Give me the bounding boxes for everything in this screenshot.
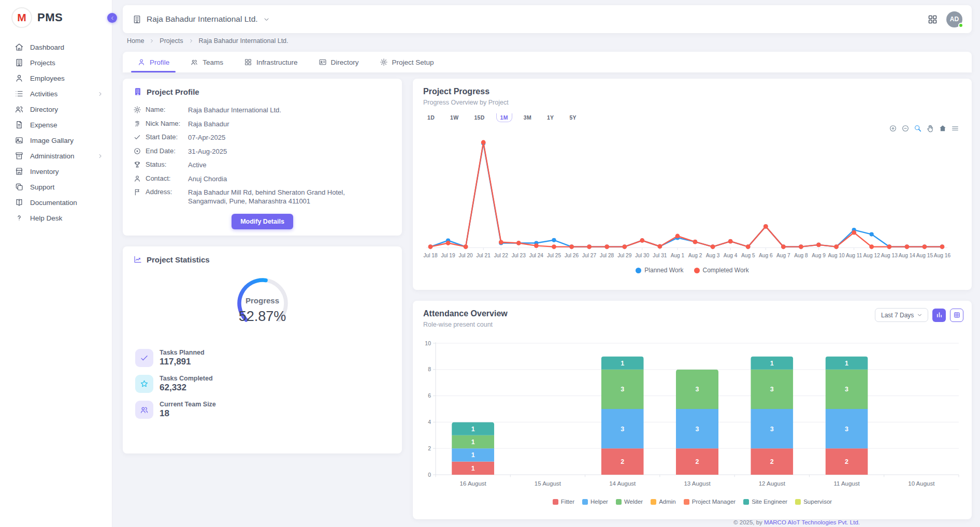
field-value: Anuj Chordia	[188, 172, 364, 183]
legend-label: Admin	[659, 499, 676, 505]
stat-star-icon	[139, 379, 149, 389]
statistics-list: Tasks Planned117,891Tasks Completed62,33…	[135, 349, 392, 419]
range-button-1w[interactable]: 1W	[446, 113, 463, 122]
legend-admin[interactable]: Admin	[651, 499, 676, 505]
svg-text:3: 3	[770, 426, 774, 433]
legend-welder[interactable]: Welder	[616, 499, 643, 505]
tab-teams-icon	[190, 58, 198, 66]
breadcrumb-item-projects[interactable]: Projects	[160, 37, 183, 45]
attendance-bar-view-button[interactable]	[932, 309, 946, 322]
person-icon	[15, 74, 24, 83]
svg-text:Aug 16: Aug 16	[934, 253, 951, 258]
sidebar-item-directory[interactable]: Directory	[0, 101, 112, 117]
range-button-1y[interactable]: 1Y	[543, 113, 558, 122]
svg-text:12 August: 12 August	[759, 480, 786, 487]
tab-project-setup[interactable]: Project Setup	[369, 52, 444, 72]
svg-text:4: 4	[428, 419, 431, 425]
range-button-3m[interactable]: 3M	[520, 113, 536, 122]
range-button-5y[interactable]: 5Y	[565, 113, 580, 122]
sidebar-item-label: Employees	[30, 75, 104, 82]
tab-label: Project Setup	[392, 58, 434, 66]
svg-text:Aug 7: Aug 7	[776, 253, 790, 258]
field-label: End Date:	[146, 144, 188, 158]
sidebar-item-administration[interactable]: Administration	[0, 148, 112, 164]
tab-profile-icon	[137, 58, 146, 66]
legend-label: Completed Work	[703, 267, 749, 274]
svg-text:1: 1	[770, 360, 774, 367]
attendance-bar-chart: 024681016 August111115 August14 August23…	[420, 339, 964, 497]
svg-text:Jul 18: Jul 18	[423, 253, 438, 258]
legend-project-manager[interactable]: Project Manager	[684, 499, 736, 505]
bar-16-august: 1111	[452, 422, 494, 475]
tab-label: Directory	[331, 58, 359, 66]
sidebar-item-projects[interactable]: Projects	[0, 55, 112, 70]
legend-swatch-icon	[684, 499, 689, 505]
attendance-table-view-button[interactable]	[950, 309, 963, 322]
bar-chart-icon	[935, 311, 943, 319]
attendance-range-value: Last 7 Days	[881, 312, 914, 319]
sidebar-item-inventory[interactable]: Inventory	[0, 164, 112, 179]
sidebar-item-activities[interactable]: Activities	[0, 86, 112, 101]
svg-text:Aug 15: Aug 15	[916, 253, 933, 258]
svg-text:Aug 4: Aug 4	[724, 253, 738, 258]
project-statistics-title: Project Statistics	[147, 255, 210, 264]
tab-directory[interactable]: Directory	[308, 52, 369, 72]
list-icon	[15, 89, 24, 98]
sidebar-item-documentation[interactable]: Documentation	[0, 195, 112, 210]
svg-text:3: 3	[621, 426, 624, 433]
apps-grid-button[interactable]	[927, 14, 938, 25]
bar-13-august: 233	[676, 370, 718, 475]
page-tabs: ProfileTeamsInfrastructureDirectoryProje…	[123, 52, 972, 72]
legend-completed-work[interactable]: Completed Work	[694, 267, 749, 274]
tab-project-setup-icon	[380, 58, 388, 66]
sidebar-item-image-gallary[interactable]: Image Gallary	[0, 133, 112, 148]
zoom-in-icon[interactable]	[889, 124, 897, 133]
selection-zoom-icon[interactable]	[914, 124, 922, 133]
tab-label: Infrastructure	[256, 58, 298, 66]
footer: © 2025, by MARCO AIoT Technologies Pvt. …	[733, 519, 860, 525]
legend-supervisor[interactable]: Supervisor	[795, 499, 832, 505]
user-avatar[interactable]: AD	[946, 11, 962, 27]
reset-zoom-icon[interactable]	[939, 124, 947, 133]
svg-text:Jul 29: Jul 29	[617, 253, 632, 258]
field-label: Contact:	[146, 172, 188, 186]
gauge-label: Progress	[221, 296, 304, 305]
menu-icon[interactable]	[951, 124, 959, 133]
tab-infrastructure[interactable]: Infrastructure	[234, 52, 308, 72]
sidebar-item-support[interactable]: Support	[0, 179, 112, 195]
legend-site-engineer[interactable]: Site Engineer	[743, 499, 787, 505]
tab-profile[interactable]: Profile	[127, 52, 180, 72]
svg-text:1: 1	[471, 438, 475, 446]
footer-company-link[interactable]: MARCO AIoT Technologies Pvt. Ltd.	[764, 519, 860, 525]
company-selector[interactable]: Raja Bahadur International Ltd.	[132, 14, 270, 24]
legend-fitter[interactable]: Fitter	[553, 499, 574, 505]
online-status-dot	[958, 23, 963, 28]
range-button-1d[interactable]: 1D	[423, 113, 439, 122]
sidebar-item-expense[interactable]: Expense	[0, 117, 112, 133]
sidebar-nav: DashboardProjectsEmployeesActivitiesDire…	[0, 39, 112, 226]
svg-text:Jul 22: Jul 22	[494, 253, 509, 258]
tab-teams[interactable]: Teams	[180, 52, 234, 72]
field-person-icon	[133, 174, 141, 183]
sidebar-item-employees[interactable]: Employees	[0, 70, 112, 86]
svg-text:Jul 31: Jul 31	[653, 253, 667, 258]
attendance-range-dropdown[interactable]: Last 7 Days	[875, 308, 928, 322]
range-button-1m[interactable]: 1M	[496, 113, 512, 122]
field-label: Nick Name:	[146, 117, 188, 131]
legend-marker-icon	[636, 268, 641, 273]
range-button-15d[interactable]: 15D	[470, 113, 488, 122]
panning-icon[interactable]	[926, 124, 934, 133]
sidebar-item-dashboard[interactable]: Dashboard	[0, 39, 112, 55]
legend-helper[interactable]: Helper	[582, 499, 608, 505]
legend-planned-work[interactable]: Planned Work	[636, 267, 683, 274]
sidebar-collapse-button[interactable]	[107, 13, 117, 23]
stat-chip	[135, 375, 153, 393]
legend-label: Site Engineer	[752, 499, 787, 505]
sidebar-item-help-desk[interactable]: Help Desk	[0, 210, 112, 226]
app-logo: M PMS	[0, 0, 112, 35]
breadcrumb-item-home[interactable]: Home	[127, 37, 144, 45]
bar-14-august: 2331	[601, 356, 644, 475]
modify-details-button[interactable]: Modify Details	[232, 214, 293, 229]
zoom-out-icon[interactable]	[901, 124, 910, 133]
svg-text:Jul 30: Jul 30	[635, 253, 650, 258]
